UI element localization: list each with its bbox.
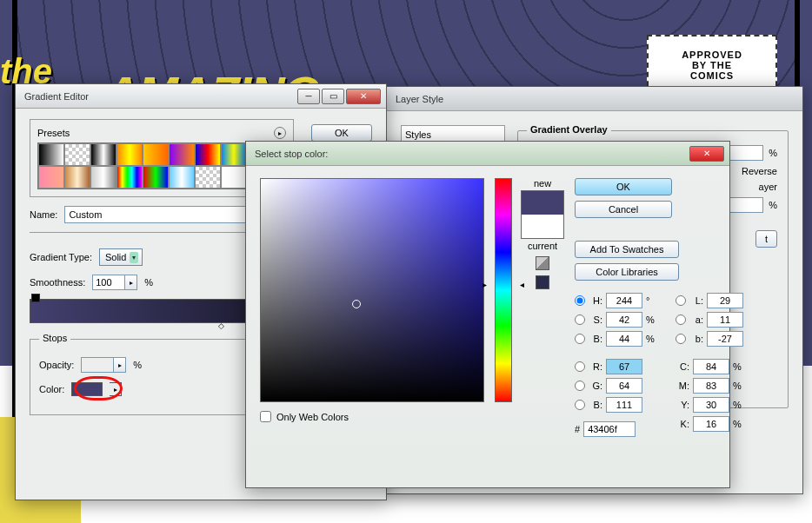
preset-swatch[interactable] (169, 166, 195, 189)
name-label: Name: (30, 209, 57, 220)
maximize-icon[interactable]: ▭ (322, 89, 344, 104)
gradient-type-select[interactable]: Solid (99, 248, 143, 266)
only-web-colors-checkbox[interactable] (260, 411, 271, 422)
pct-unit: % (769, 148, 777, 158)
a-input[interactable] (707, 312, 743, 328)
presets-menu-icon[interactable]: ▸ (274, 127, 286, 139)
bri-radio[interactable] (575, 334, 585, 344)
web-safe-swatch[interactable] (536, 275, 549, 289)
c-input[interactable] (693, 359, 729, 374)
r-input[interactable] (606, 359, 642, 374)
color-picker-window: Select stop color: ✕ Only Web Colors new (245, 141, 730, 488)
b-rgb-radio[interactable] (575, 400, 585, 410)
hex-label: # (575, 424, 580, 434)
preset-swatch[interactable] (143, 143, 169, 166)
ok-button[interactable]: OK (575, 178, 672, 195)
b-lab-input[interactable] (707, 331, 743, 347)
pct-unit: % (733, 419, 745, 429)
close-icon[interactable]: ✕ (346, 89, 381, 104)
preset-swatch[interactable] (90, 143, 116, 166)
preset-swatch[interactable] (38, 143, 64, 166)
ok-button[interactable]: OK (311, 124, 372, 142)
preset-swatch[interactable] (195, 143, 221, 166)
preset-swatch[interactable] (38, 166, 64, 189)
pct-unit: % (733, 400, 745, 410)
s-input[interactable] (606, 312, 642, 328)
preset-swatch[interactable] (90, 166, 116, 189)
hue-radio[interactable] (575, 295, 585, 306)
pct-unit: % (646, 314, 658, 325)
y-input[interactable] (693, 397, 729, 413)
layer-style-titlebar[interactable]: Layer Style (387, 87, 802, 111)
color-swatch-arrow-icon[interactable]: ▸ (110, 382, 122, 396)
b-rgb-label: B: (589, 400, 602, 410)
color-field[interactable] (260, 178, 484, 402)
preset-swatch[interactable] (64, 143, 90, 166)
y-label: Y: (676, 400, 689, 410)
a-radio[interactable] (676, 314, 686, 325)
color-picker-titlebar[interactable]: Select stop color: ✕ (246, 142, 729, 166)
r-radio[interactable] (575, 361, 585, 372)
overlay-pct-input-1[interactable] (725, 145, 763, 161)
color-swatch[interactable] (71, 382, 103, 396)
opacity-label: Opacity: (39, 360, 74, 370)
add-to-swatches-button[interactable]: Add To Swatches (575, 241, 679, 258)
web-safe-warning-icon[interactable] (536, 256, 549, 270)
smoothness-input[interactable] (92, 275, 125, 290)
pct-unit: % (133, 360, 142, 370)
stamp-line1: APPROVED (682, 50, 742, 60)
minimize-icon[interactable]: ─ (297, 89, 320, 104)
opacity-input[interactable] (81, 357, 114, 373)
preset-swatch[interactable] (143, 166, 169, 189)
m-label: M: (676, 381, 689, 391)
pct-unit: % (769, 200, 777, 210)
preset-swatch[interactable] (195, 166, 221, 189)
hue-slider[interactable] (495, 178, 512, 402)
presets-label: Presets (37, 128, 70, 138)
new-color-label: new (521, 178, 564, 189)
opacity-stop[interactable] (31, 294, 40, 302)
color-libraries-button[interactable]: Color Libraries (575, 263, 679, 281)
l-input[interactable] (707, 293, 743, 308)
b-hsb-input[interactable] (606, 331, 642, 347)
new-color-swatch[interactable] (522, 191, 563, 215)
b-hsb-label: B: (589, 334, 602, 344)
cancel-button[interactable]: Cancel (575, 201, 672, 218)
h-input[interactable] (606, 293, 642, 308)
pct-unit: % (646, 334, 658, 344)
current-color-swatch[interactable] (522, 215, 563, 238)
only-web-colors-label: Only Web Colors (276, 412, 349, 422)
c-label: C: (676, 361, 689, 372)
stamp-line2: BY THE (692, 60, 732, 70)
spinner-arrow-icon[interactable]: ▸ (125, 275, 137, 290)
g-radio[interactable] (575, 381, 585, 391)
g-label: G: (589, 381, 602, 391)
color-field-marker-icon[interactable] (352, 300, 361, 308)
preset-swatch[interactable] (169, 143, 195, 166)
gradient-editor-titlebar[interactable]: Gradient Editor ─ ▭ ✕ (16, 84, 386, 109)
hue-slider-thumb-icon[interactable] (491, 280, 516, 285)
r-label: R: (589, 361, 602, 372)
close-icon[interactable]: ✕ (689, 146, 724, 162)
reverse-label: Reverse (742, 166, 777, 176)
k-input[interactable] (693, 416, 729, 432)
m-input[interactable] (693, 378, 729, 394)
l-radio[interactable] (676, 295, 686, 306)
deg-unit: ° (646, 295, 658, 306)
pct-unit: % (733, 361, 745, 372)
hex-input[interactable] (583, 421, 636, 437)
b-lab-radio[interactable] (676, 334, 686, 344)
preset-swatch[interactable] (221, 143, 247, 166)
b-rgb-input[interactable] (606, 397, 642, 413)
g-input[interactable] (606, 378, 642, 394)
preset-grid (37, 142, 246, 189)
stamp-line3: COMICS (690, 70, 734, 81)
smoothness-label: Smoothness: (30, 277, 85, 288)
sat-radio[interactable] (575, 314, 585, 325)
preset-swatch[interactable] (116, 166, 143, 189)
preset-swatch[interactable] (116, 143, 143, 166)
spinner-arrow-icon[interactable]: ▸ (114, 357, 126, 373)
midpoint-icon[interactable]: ◇ (218, 321, 224, 330)
preset-swatch[interactable] (64, 166, 90, 189)
preset-swatch[interactable] (221, 166, 247, 189)
